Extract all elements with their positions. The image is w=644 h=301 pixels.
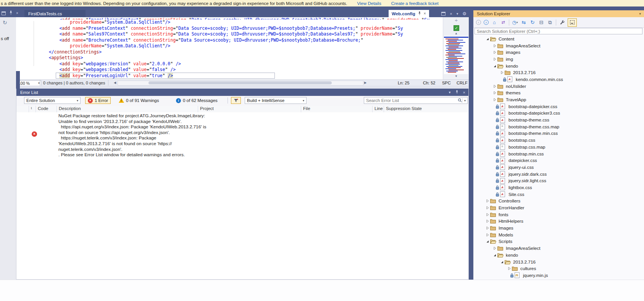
tree-item-htmlhelpers[interactable]: HtmlHelpers: [473, 218, 644, 225]
forward-icon[interactable]: ›: [484, 20, 489, 25]
tree-item-bootstrap-theme-css[interactable]: bootstrap-theme.css: [473, 117, 644, 123]
tree-item-images[interactable]: images: [473, 49, 644, 56]
code-line[interactable]: <add name="BrochureContext" connectionSt…: [38, 37, 443, 44]
tree-item-2013-2-716[interactable]: 2013.2.716: [473, 69, 644, 76]
zoom-combo[interactable]: 100 % ▾: [17, 80, 41, 86]
chevron-down-icon[interactable]: ▾: [639, 12, 641, 16]
expand-arrow-icon[interactable]: [492, 246, 497, 250]
column-code[interactable]: Code: [36, 106, 57, 112]
tree-item-2013-2-716[interactable]: 2013.2.716: [473, 259, 644, 265]
tab-firstdatatests[interactable]: FirstDataTests.cs: [24, 10, 86, 17]
expand-arrow-icon[interactable]: [485, 233, 490, 237]
tree-item-nouislider[interactable]: noUIslider: [473, 83, 644, 90]
tree-item-kendo-common-min-css[interactable]: kendo.common.min.css: [473, 76, 644, 83]
column-suppression-state[interactable]: Suppression State: [384, 106, 468, 112]
build-intellisense-combo[interactable]: Build + IntelliSense ▾: [245, 97, 307, 104]
close-tab-icon[interactable]: ×: [424, 11, 426, 16]
column-file[interactable]: File: [301, 106, 373, 112]
close-icon[interactable]: ×: [450, 11, 452, 16]
source-control-status[interactable]: 0 changes | 0 authors, 0 changes: [40, 80, 108, 86]
pin-icon[interactable]: [9, 11, 13, 16]
close-icon[interactable]: ×: [463, 90, 465, 95]
tree-item-models[interactable]: Models: [473, 231, 644, 238]
editor-scrollbar-map[interactable]: ÷ ✓ ▲ ▼: [443, 17, 469, 79]
collapse-arrow-icon[interactable]: [485, 37, 490, 41]
code-editor[interactable]: <add name="ImageLibraryContext" connecti…: [16, 17, 443, 79]
code-line[interactable]: providerName="System.Data.SqlClient"/>: [38, 19, 443, 26]
tree-item-themes[interactable]: themes: [473, 90, 644, 97]
horizontal-scrollbar[interactable]: [118, 81, 363, 86]
expand-arrow-icon[interactable]: [485, 219, 490, 223]
expand-arrow-icon[interactable]: [485, 226, 490, 230]
scrollbar-thumb[interactable]: [148, 81, 332, 84]
expand-arrow-icon[interactable]: [485, 199, 490, 203]
pin-icon[interactable]: [455, 90, 458, 95]
code-minimap[interactable]: [444, 36, 468, 74]
expand-arrow-icon[interactable]: [499, 71, 505, 74]
tree-item-bootstrap-datepicker-css[interactable]: bootstrap-datepicker.css: [473, 103, 644, 110]
expand-arrow-icon[interactable]: [507, 267, 512, 270]
tree-item-errorhandler[interactable]: ErrorHandler: [473, 204, 644, 211]
expand-arrow-icon[interactable]: [485, 206, 490, 210]
panel-divider[interactable]: [16, 86, 469, 89]
errors-filter-button[interactable]: × 1 Error: [85, 97, 111, 104]
tree-item-kendo[interactable]: kendo: [473, 63, 644, 70]
code-line[interactable]: providerName="System.Data.SqlClient"/>: [38, 43, 443, 49]
pin-tab-icon[interactable]: [418, 11, 421, 16]
properties-wrench-icon[interactable]: [559, 19, 565, 26]
filter-funnel-button[interactable]: [231, 97, 241, 104]
back-icon[interactable]: ‹: [476, 20, 481, 25]
expand-arrow-icon[interactable]: [492, 57, 497, 61]
view-details-link[interactable]: View Details: [357, 1, 381, 6]
collapse-arrow-icon[interactable]: [492, 64, 497, 68]
column-description[interactable]: Description: [57, 106, 198, 112]
expand-arrow-icon[interactable]: [492, 44, 497, 48]
search-input[interactable]: [364, 98, 458, 103]
collapse-arrow-icon[interactable]: [485, 240, 490, 243]
scroll-left-icon[interactable]: ◀: [114, 81, 116, 84]
tree-item-fonts[interactable]: fonts: [473, 211, 644, 218]
refresh-icon[interactable]: ↻: [529, 19, 536, 26]
collapse-arrow-icon[interactable]: [499, 260, 505, 264]
column-project[interactable]: Project: [198, 106, 301, 112]
code-line[interactable]: <add name="Sales97Context" connectionStr…: [38, 31, 443, 37]
tree-item-bootstrap-css[interactable]: bootstrap.css: [473, 137, 644, 144]
search-input[interactable]: [475, 28, 642, 34]
switch-views-icon[interactable]: ⇆: [521, 19, 527, 26]
restore-window-icon[interactable]: [2, 11, 6, 15]
tree-item-jquery-sidr-light-css[interactable]: jquery.sidr.light.css: [473, 177, 644, 184]
pending-changes-filter-icon[interactable]: ◷▾: [512, 19, 518, 26]
float-window-icon[interactable]: [441, 12, 445, 16]
tree-item-site-css[interactable]: Site.css: [473, 191, 644, 198]
scope-combo[interactable]: Entire Solution ▾: [24, 97, 81, 104]
tree-item-bootstrap-datepicker3-css[interactable]: bootstrap-datepicker3.css: [473, 110, 644, 117]
expand-arrow-icon[interactable]: [485, 213, 490, 217]
show-all-files-button[interactable]: [568, 18, 577, 27]
code-text-area[interactable]: <add name="ImageLibraryContext" connecti…: [16, 17, 443, 79]
tree-item-controllers[interactable]: Controllers: [473, 198, 644, 205]
tree-item-lightbox-css[interactable]: lightbox.css: [473, 184, 644, 191]
tree-item-imageareaselect[interactable]: ImageAreaSelect: [473, 42, 644, 49]
tab-webconfig[interactable]: Web.config ×: [389, 10, 429, 17]
expand-arrow-icon[interactable]: [492, 91, 497, 95]
collapse-arrow-icon[interactable]: [492, 253, 497, 257]
code-line[interactable]: <add name="PresetsContext" connectionStr…: [38, 26, 443, 32]
expand-arrow-icon[interactable]: [492, 98, 497, 102]
collapse-all-icon[interactable]: ⊟: [538, 19, 544, 26]
home-icon[interactable]: ⌂: [491, 19, 497, 26]
expand-arrow-icon[interactable]: [492, 84, 497, 88]
tree-item-content[interactable]: Content: [473, 36, 644, 42]
tree-item-travelapp[interactable]: TravelApp: [473, 96, 644, 103]
sync-with-active-document-icon[interactable]: ⇄: [500, 19, 506, 26]
code-line[interactable]: <add key="PreserveLoginUrl" value="true"…: [38, 73, 443, 79]
close-icon[interactable]: ×: [16, 11, 18, 15]
tree-item-kendo[interactable]: kendo: [473, 252, 644, 259]
tree-item-bootstrap-css-map[interactable]: bootstrap.css.map: [473, 144, 644, 150]
split-handle-icon[interactable]: ÷: [443, 18, 469, 23]
expand-arrow-icon[interactable]: [492, 50, 497, 54]
refresh-icon[interactable]: ↻: [3, 19, 7, 26]
tree-item-bootstrap-min-css[interactable]: bootstrap.min.css: [473, 150, 644, 157]
feedback-link[interactable]: Create a feedback ticket: [391, 1, 439, 6]
tree-item-bootstrap-theme-min-css[interactable]: bootstrap-theme.min.css: [473, 130, 644, 137]
tree-item-datepicker-css[interactable]: datepicker.css: [473, 157, 644, 164]
